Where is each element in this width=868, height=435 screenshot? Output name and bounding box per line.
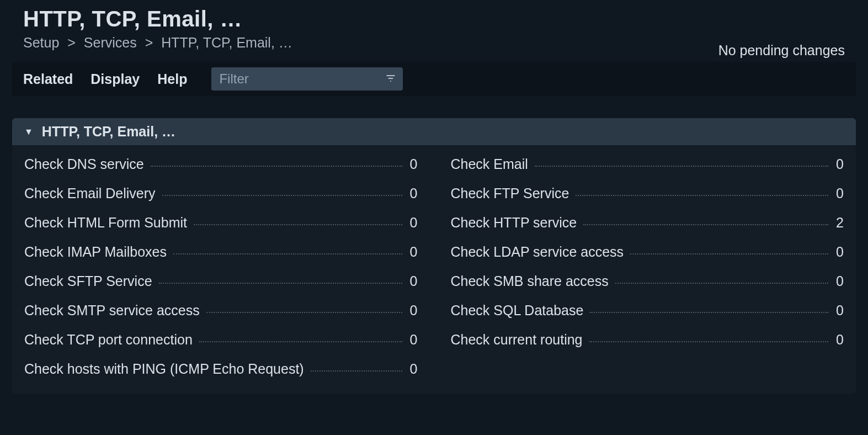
breadcrumb-item[interactable]: Services xyxy=(84,35,137,50)
leader-dots xyxy=(173,253,402,254)
rule-count: 0 xyxy=(406,361,418,377)
leader-dots xyxy=(311,370,402,372)
rule-row[interactable]: Check SFTP Service0 xyxy=(24,273,418,289)
rule-row[interactable]: Check current routing0 xyxy=(451,332,844,348)
rule-label: Check hosts with PING (ICMP Echo Request… xyxy=(24,361,307,377)
breadcrumb-item[interactable]: HTTP, TCP, Email, … xyxy=(161,35,292,50)
rule-row[interactable]: Check DNS service0 xyxy=(24,156,418,172)
rule-label: Check current routing xyxy=(451,332,586,348)
rule-label: Check HTML Form Submit xyxy=(24,215,190,231)
breadcrumb: Setup > Services > HTTP, TCP, Email, … xyxy=(23,35,292,51)
rule-count: 2 xyxy=(832,215,844,231)
rule-label: Check SFTP Service xyxy=(24,273,156,289)
filter-field[interactable] xyxy=(211,67,403,91)
leader-dots xyxy=(576,195,828,196)
caret-down-icon: ▼ xyxy=(24,127,33,137)
leader-dots xyxy=(151,166,402,167)
rule-count: 0 xyxy=(406,303,418,319)
breadcrumb-item[interactable]: Setup xyxy=(23,35,59,50)
toolbar: Related Display Help xyxy=(12,62,856,96)
rule-count: 0 xyxy=(406,332,418,348)
section-box: ▼ HTTP, TCP, Email, … Check DNS service0… xyxy=(12,118,856,394)
leader-dots xyxy=(206,312,402,313)
rule-label: Check HTTP service xyxy=(451,215,581,231)
breadcrumb-sep: > xyxy=(67,35,76,50)
rule-label: Check SMTP service access xyxy=(24,303,203,319)
rule-count: 0 xyxy=(406,156,418,172)
rule-label: Check DNS service xyxy=(24,156,147,172)
menu-display[interactable]: Display xyxy=(90,71,140,87)
rule-label: Check Email Delivery xyxy=(24,185,159,201)
rule-row[interactable]: Check SQL Database0 xyxy=(451,303,844,319)
rule-row[interactable]: Check HTTP service2 xyxy=(451,215,844,231)
menu-help[interactable]: Help xyxy=(157,71,187,87)
rule-count: 0 xyxy=(832,273,844,289)
rule-row[interactable]: Check hosts with PING (ICMP Echo Request… xyxy=(24,361,418,377)
leader-dots xyxy=(159,283,402,284)
leader-dots xyxy=(194,224,402,225)
section-items: Check DNS service0Check Email Delivery0C… xyxy=(12,145,856,377)
rule-count: 0 xyxy=(832,332,844,348)
rule-row[interactable]: Check HTML Form Submit0 xyxy=(24,215,418,231)
rule-count: 0 xyxy=(406,244,418,260)
leader-dots xyxy=(590,312,828,313)
rule-row[interactable]: Check SMTP service access0 xyxy=(24,303,418,319)
rule-count: 0 xyxy=(406,215,418,231)
rule-row[interactable]: Check TCP port connection0 xyxy=(24,332,418,348)
leader-dots xyxy=(615,283,828,284)
rule-count: 0 xyxy=(406,273,418,289)
rule-count: 0 xyxy=(832,185,844,201)
rule-row[interactable]: Check LDAP service access0 xyxy=(451,244,844,260)
section-header[interactable]: ▼ HTTP, TCP, Email, … xyxy=(12,118,856,145)
rule-label: Check FTP Service xyxy=(451,185,573,201)
leader-dots xyxy=(583,224,828,225)
rule-count: 0 xyxy=(832,303,844,319)
section-title: HTTP, TCP, Email, … xyxy=(42,124,175,140)
rule-label: Check SQL Database xyxy=(451,303,587,319)
filter-icon xyxy=(385,71,396,87)
pending-changes-status[interactable]: No pending changes xyxy=(718,43,845,62)
leader-dots xyxy=(162,195,402,196)
rule-count: 0 xyxy=(406,185,418,201)
rule-row[interactable]: Check Email Delivery0 xyxy=(24,185,418,201)
rule-row[interactable]: Check Email0 xyxy=(451,156,844,172)
rule-count: 0 xyxy=(832,244,844,260)
leader-dots xyxy=(630,253,828,254)
leader-dots xyxy=(199,341,402,342)
filter-input[interactable] xyxy=(218,71,385,87)
menu-related[interactable]: Related xyxy=(23,71,73,87)
rule-row[interactable]: Check FTP Service0 xyxy=(451,185,844,201)
rule-label: Check Email xyxy=(451,156,531,172)
leader-dots xyxy=(589,341,828,342)
breadcrumb-sep: > xyxy=(145,35,153,50)
leader-dots xyxy=(535,166,828,167)
rule-row[interactable]: Check IMAP Mailboxes0 xyxy=(24,244,418,260)
rule-label: Check LDAP service access xyxy=(451,244,627,260)
rule-row[interactable]: Check SMB share access0 xyxy=(451,273,844,289)
page-title: HTTP, TCP, Email, … xyxy=(23,7,292,31)
rule-count: 0 xyxy=(832,156,844,172)
rule-label: Check SMB share access xyxy=(451,273,612,289)
rule-label: Check IMAP Mailboxes xyxy=(24,244,170,260)
rule-label: Check TCP port connection xyxy=(24,332,196,348)
